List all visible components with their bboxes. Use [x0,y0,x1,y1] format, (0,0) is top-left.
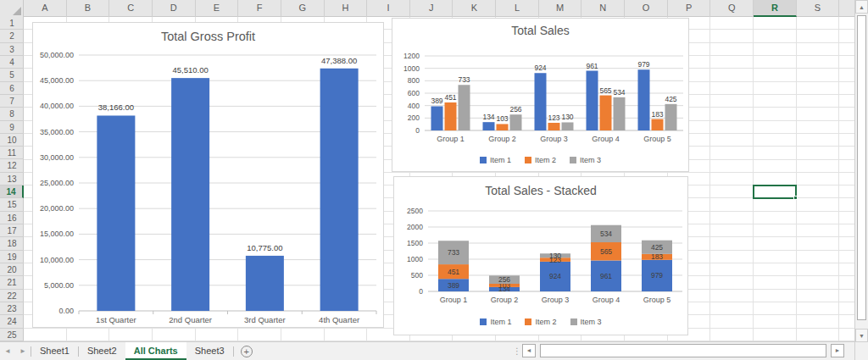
column-header-F[interactable]: F [238,0,281,17]
svg-text:2000: 2000 [407,223,423,231]
bar-item-2-g2[interactable] [497,124,509,130]
svg-text:Group 3: Group 3 [540,135,568,143]
tab-nav-right-icon[interactable]: ► [15,342,31,360]
row-header-10[interactable]: 10 [0,134,24,147]
column-header-G[interactable]: G [281,0,325,17]
chart-total-sales-stacked[interactable]: Total Sales - Stacked 050010001500200025… [393,176,688,335]
bar-item-3-g5[interactable] [665,104,677,130]
vertical-scrollbar[interactable]: ▲ ▼ [854,0,868,360]
column-header-I[interactable]: I [367,0,410,17]
bar-2nd-quarter[interactable] [171,78,209,311]
svg-text:256: 256 [498,275,510,284]
svg-text:389: 389 [448,281,459,290]
tab-sheet3[interactable]: Sheet3 [186,342,233,360]
row-header-22[interactable]: 22 [0,290,24,302]
tab-sheet1[interactable]: Sheet1 [31,342,78,360]
scroll-up-icon[interactable]: ▲ [855,0,868,14]
bar-item-3-g2[interactable] [510,114,522,130]
column-header-C[interactable]: C [109,0,153,17]
column-header-S[interactable]: S [797,0,840,17]
column-header-R[interactable]: R [754,0,797,17]
bar-item-2-g3[interactable] [548,123,560,130]
column-header-J[interactable]: J [410,0,453,17]
row-header-4[interactable]: 4 [0,56,24,69]
bar-item-3-g4[interactable] [614,97,626,130]
legend-label: Item 3 [581,318,602,326]
bar-item-1-g5[interactable] [638,69,650,130]
row-header-20[interactable]: 20 [0,263,24,276]
svg-text:256: 256 [509,105,521,114]
column-header-O[interactable]: O [625,0,668,17]
chart-plot: 05001000150020002500Group 1389451733Grou… [394,177,689,336]
tab-all-charts[interactable]: All Charts [125,342,186,360]
row-header-2[interactable]: 2 [0,30,24,42]
column-header-A[interactable]: A [24,0,67,17]
row-header-13[interactable]: 13 [0,173,24,186]
scroll-down-icon[interactable]: ▼ [855,329,868,342]
bar-1st-quarter[interactable] [97,115,135,311]
row-header-17[interactable]: 17 [0,224,24,237]
bar-3rd-quarter[interactable] [246,256,284,311]
selected-cell[interactable] [753,185,797,199]
column-header-K[interactable]: K [453,0,497,17]
select-all-corner[interactable] [0,0,24,17]
fill-handle[interactable] [793,196,798,200]
vertical-scroll-thumb[interactable] [857,15,866,320]
chart-plot: 020040060080010001200Group 1389451733Gro… [392,19,690,173]
row-header-19[interactable]: 19 [0,251,24,263]
bar-item-2-g1[interactable] [445,102,457,130]
column-header-P[interactable]: P [668,0,711,17]
svg-text:Group 3: Group 3 [542,296,570,304]
bar-item-1-g4[interactable] [587,71,598,130]
bar-item-1-g1[interactable] [431,106,443,130]
svg-text:600: 600 [408,89,420,97]
scrollbar-resize-handle[interactable]: ⋮ [512,346,522,356]
bar-4th-quarter[interactable] [320,69,359,311]
row-header-12[interactable]: 12 [0,159,24,172]
bar-item-2-g4[interactable] [600,96,612,130]
bar-item-3-g1[interactable] [459,85,470,130]
horizontal-scroll-track[interactable] [539,344,827,357]
scroll-left-icon[interactable]: ◄ [522,344,536,357]
row-header-25[interactable]: 25 [0,329,24,341]
row-header-9[interactable]: 9 [0,121,24,134]
column-header-Q[interactable]: Q [710,0,754,17]
row-header-5[interactable]: 5 [0,69,24,81]
row-header-23[interactable]: 23 [0,302,24,315]
row-header-15[interactable]: 15 [0,198,24,211]
row-header-11[interactable]: 11 [0,147,24,159]
row-header-7[interactable]: 7 [0,95,24,108]
add-sheet-icon[interactable]: + [241,346,253,357]
row-header-8[interactable]: 8 [0,108,24,120]
column-header-B[interactable]: B [67,0,110,17]
row-header-21[interactable]: 21 [0,276,24,289]
bar-item-3-g3[interactable] [562,122,574,130]
row-header-6[interactable]: 6 [0,82,24,95]
legend-swatch [525,318,531,325]
column-header-L[interactable]: L [496,0,539,17]
column-header-H[interactable]: H [325,0,368,17]
chart-total-sales[interactable]: Total Sales 020040060080010001200Group 1… [392,18,689,172]
bar-item-1-g3[interactable] [535,73,547,130]
svg-text:979: 979 [651,271,663,280]
row-header-24[interactable]: 24 [0,315,24,328]
row-header-3[interactable]: 3 [0,43,24,56]
column-header-M[interactable]: M [539,0,582,17]
row-header-14[interactable]: 14 [0,186,24,198]
chart-total-gross-profit[interactable]: Total Gross Profit 0.005,000.0010,000.00… [32,22,384,328]
row-header-18[interactable]: 18 [0,237,24,250]
scroll-right-icon[interactable]: ► [831,344,844,357]
row-header-1[interactable]: 1 [0,17,24,30]
column-header-E[interactable]: E [196,0,239,17]
tab-nav-left-icon[interactable]: ◄ [0,342,15,360]
tab-sheet2[interactable]: Sheet2 [79,342,125,360]
legend-item-item-1: Item 1 [480,318,511,326]
column-header-D[interactable]: D [153,0,196,17]
row-header-16[interactable]: 16 [0,212,24,224]
horizontal-scroll-thumb[interactable] [540,344,826,357]
bar-item-1-g2[interactable] [483,122,495,130]
svg-text:2500: 2500 [407,207,423,215]
bar-item-2-g5[interactable] [652,119,664,130]
svg-text:3rd Quarter: 3rd Quarter [244,315,286,324]
column-header-N[interactable]: N [581,0,625,17]
